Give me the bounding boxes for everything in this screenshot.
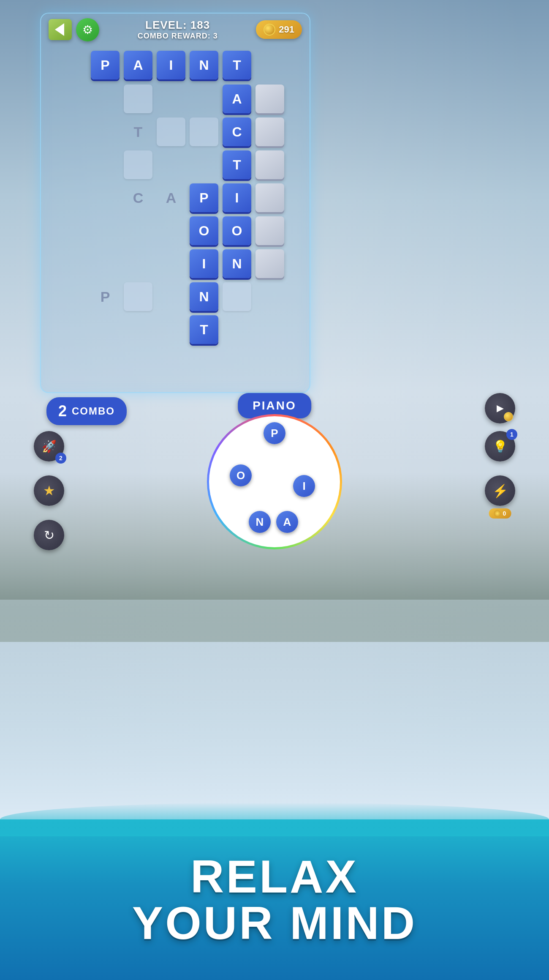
tile-N3: N — [190, 282, 218, 311]
tile-A: A — [124, 51, 152, 79]
wheel-letter-N[interactable]: N — [249, 511, 271, 533]
tile-T1: T — [223, 150, 251, 179]
wheel-letter-T: T — [233, 498, 240, 512]
rocket-icon: 🚀 — [42, 439, 57, 453]
tile-empty4 — [157, 117, 185, 146]
wheel-letter-A[interactable]: A — [276, 511, 298, 533]
combo-label: COMBO — [72, 405, 115, 417]
combo-number: 2 — [58, 402, 67, 420]
rocket-badge: 2 — [55, 453, 66, 464]
lightning-count: 0 — [503, 510, 506, 517]
tile-empty3 — [255, 117, 284, 146]
back-arrow-icon — [55, 23, 64, 36]
wheel-background: P O C T I N A — [207, 414, 342, 549]
tile-N2: N — [223, 249, 251, 278]
tile-empty2 — [124, 85, 152, 113]
tile-T-letter: T — [124, 117, 152, 146]
tile-P-letter: P — [91, 282, 120, 311]
header: ⚙ LEVEL: 183 COMBO REWARD: 3 291 — [40, 13, 310, 46]
coins-value: 291 — [279, 24, 294, 35]
tile-empty8 — [255, 183, 284, 212]
relax-wave — [0, 803, 549, 836]
level-label: LEVEL: 183 — [99, 19, 256, 32]
tile-I: I — [157, 51, 185, 79]
video-button[interactable]: ▶ — [485, 393, 515, 423]
hint-button[interactable]: 💡 1 — [485, 431, 515, 461]
wheel-letter-C: C — [306, 458, 315, 472]
tile-empty10 — [255, 249, 284, 278]
letter-wheel[interactable]: P O C T I N A — [207, 414, 342, 549]
tile-empty1 — [255, 85, 284, 113]
combo-reward-label: COMBO REWARD: 3 — [99, 32, 256, 41]
coins-badge: 291 — [256, 20, 302, 39]
wheel-letter-P[interactable]: P — [264, 422, 285, 444]
lightning-icon: ⚡ — [492, 483, 508, 498]
gear-icon: ⚙ — [82, 23, 93, 37]
tile-O2: O — [223, 216, 251, 245]
tile-A-letter: A — [157, 183, 185, 212]
tile-empty6 — [255, 150, 284, 179]
star-button[interactable]: ★ — [34, 475, 64, 506]
your-mind-text: YOUR MIND — [132, 900, 417, 946]
hint-badge: 1 — [506, 429, 517, 440]
lightning-counter: 0 — [489, 508, 511, 519]
tile-T2: T — [190, 315, 218, 344]
tile-P2: P — [190, 183, 218, 212]
wheel-letter-I[interactable]: I — [293, 475, 315, 497]
wheel-inner: P O C T I N A — [213, 420, 336, 543]
video-coins-icon — [504, 412, 513, 421]
tile-O1: O — [190, 216, 218, 245]
tile-C1: C — [223, 117, 251, 146]
refresh-icon: ↻ — [44, 528, 54, 543]
hint-icon: 💡 — [493, 439, 508, 453]
relax-section: RELAX YOUR MIND — [0, 819, 549, 980]
tile-empty12 — [223, 282, 251, 311]
wheel-letter-O[interactable]: O — [230, 464, 252, 486]
coin-icon — [264, 24, 275, 35]
current-word: PIANO — [253, 399, 296, 412]
tile-N: N — [190, 51, 218, 79]
lightning-coin-icon — [494, 510, 501, 517]
settings-button[interactable]: ⚙ — [76, 18, 99, 41]
video-icon: ▶ — [497, 403, 504, 414]
tile-empty5 — [190, 117, 218, 146]
lightning-button[interactable]: ⚡ 0 — [485, 475, 515, 506]
level-info: LEVEL: 183 COMBO REWARD: 3 — [99, 19, 256, 41]
tile-I3: I — [190, 249, 218, 278]
tile-I2: I — [223, 183, 251, 212]
relax-text: RELAX — [190, 853, 359, 900]
tile-C-letter: C — [124, 183, 152, 212]
tile-empty9 — [255, 216, 284, 245]
back-button[interactable] — [49, 19, 72, 40]
refresh-button[interactable]: ↻ — [34, 520, 64, 550]
tile-A2: A — [223, 85, 251, 113]
tile-T: T — [223, 51, 251, 79]
combo-badge: 2 COMBO — [46, 397, 127, 425]
tile-empty7 — [124, 150, 152, 179]
tile-P: P — [91, 51, 120, 79]
star-icon: ★ — [43, 483, 55, 499]
rocket-button[interactable]: 🚀 2 — [34, 431, 64, 461]
tile-empty11 — [124, 282, 152, 311]
